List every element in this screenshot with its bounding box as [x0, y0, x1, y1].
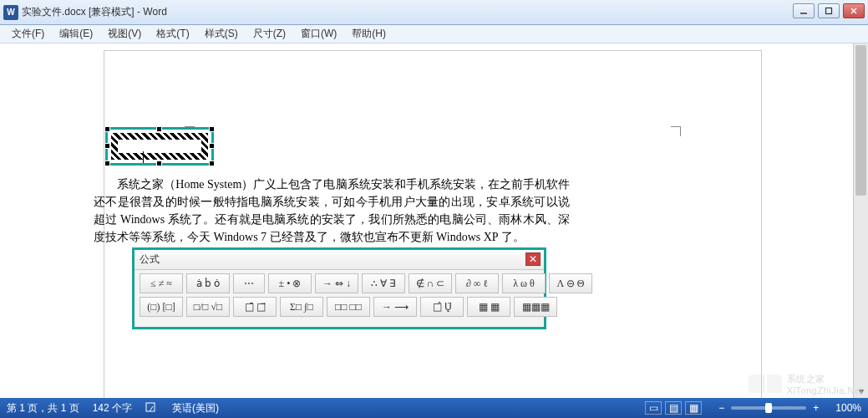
print-layout-view-icon[interactable]: ▭	[645, 401, 662, 415]
matrix-small-button[interactable]: ▦ ▦	[467, 297, 510, 317]
watermark-logo-icon	[747, 371, 784, 396]
menu-help[interactable]: 帮助(H)	[345, 25, 393, 43]
minimize-button[interactable]	[793, 3, 815, 18]
matrix-large-button[interactable]: ▦▦▦	[514, 297, 557, 317]
operators-button[interactable]: ± • ⊗	[268, 273, 312, 293]
maximize-button[interactable]	[818, 3, 840, 18]
workspace: 系统之家（Home System）广义上包含了电脑系统安装和手机系统安装，在之前…	[0, 43, 853, 398]
menu-view[interactable]: 视图(V)	[101, 25, 148, 43]
zoom-out-button[interactable]: −	[715, 402, 728, 414]
sub-superscript-button[interactable]: □□ □□	[327, 297, 370, 317]
status-page[interactable]: 第 1 页，共 1 页	[7, 401, 79, 415]
formula-row-2: (□) [□] □/□ √□ □̄ □⃗ Σ□ ∫□ □□ □□ → ⟶ □̂ …	[140, 297, 539, 317]
resize-handle[interactable]	[156, 161, 162, 166]
spellcheck-icon[interactable]	[145, 402, 159, 414]
zoom-level[interactable]: 100%	[835, 402, 861, 414]
formula-toolbar-title[interactable]: 公式 ✕	[135, 250, 544, 270]
menu-format[interactable]: 格式(T)	[150, 25, 195, 43]
zoom-slider-knob[interactable]	[765, 403, 772, 413]
document-paragraph[interactable]: 系统之家（Home System）广义上包含了电脑系统安装和手机系统安装，在之前…	[94, 176, 570, 246]
web-layout-view-icon[interactable]: ▦	[685, 401, 702, 415]
accent-button[interactable]: □̂ Ų̈	[420, 297, 464, 317]
formula-rows: ≤ ≠ ≈ ȧ ḃ ȯ ⋯ ± • ⊗ → ⇔ ↓ ∴ ∀ ∃ ∉ ∩ ⊂ ∂ …	[135, 270, 544, 327]
view-buttons: ▭ ▤ ▦	[645, 401, 702, 415]
relational-ops-button[interactable]: ≤ ≠ ≈	[140, 273, 183, 293]
fraction-root-button[interactable]: □/□ √□	[186, 297, 230, 317]
menu-window[interactable]: 窗口(W)	[294, 25, 343, 43]
formula-row-1: ≤ ≠ ≈ ȧ ḃ ȯ ⋯ ± • ⊗ → ⇔ ↓ ∴ ∀ ∃ ∉ ∩ ⊂ ∂ …	[140, 273, 539, 293]
overbar-vector-button[interactable]: □̄ □⃗	[233, 297, 277, 317]
watermark-text: 系统之家	[787, 373, 863, 385]
resize-handle[interactable]	[209, 161, 215, 166]
watermark-url: XiTongZhiJia.Net	[787, 385, 863, 395]
formula-toolbar[interactable]: 公式 ✕ ≤ ≠ ≈ ȧ ḃ ȯ ⋯ ± • ⊗ → ⇔ ↓ ∴ ∀ ∃ ∉ ∩…	[132, 247, 546, 329]
calculus-symbols-button[interactable]: ∂ ∞ ℓ	[455, 273, 499, 293]
read-mode-view-icon[interactable]: ▤	[665, 401, 682, 415]
menu-style[interactable]: 样式(S)	[198, 25, 245, 43]
ellipsis-button[interactable]: ⋯	[233, 273, 265, 293]
vertical-scrollbar[interactable]: ▾	[853, 43, 868, 398]
watermark: 系统之家 XiTongZhiJia.Net	[747, 371, 863, 396]
brackets-button[interactable]: (□) [□]	[140, 297, 183, 317]
greek-upper-button[interactable]: Λ ⊖ Θ	[549, 273, 592, 293]
crop-mark-icon	[671, 126, 681, 136]
long-arrows-button[interactable]: → ⟶	[373, 297, 417, 317]
resize-handle[interactable]	[104, 126, 110, 132]
scrollbar-thumb[interactable]	[855, 45, 866, 196]
word-app-icon: W	[3, 5, 18, 20]
greek-lower-button[interactable]: λ ω θ	[502, 273, 546, 293]
zoom-in-button[interactable]: +	[810, 402, 822, 414]
selected-textbox[interactable]	[105, 127, 214, 166]
text-caret-icon	[143, 151, 144, 163]
menu-file[interactable]: 文件(F)	[5, 25, 51, 43]
statusbar: 第 1 页，共 1 页 142 个字 英语(美国) ▭ ▤ ▦ − + 100%	[0, 398, 868, 418]
status-wordcount[interactable]: 142 个字	[93, 401, 132, 415]
svg-rect-1	[826, 8, 832, 14]
menu-edit[interactable]: 编辑(E)	[53, 25, 99, 43]
menubar: 文件(F) 编辑(E) 视图(V) 格式(T) 样式(S) 尺寸(Z) 窗口(W…	[0, 25, 868, 43]
resize-handle[interactable]	[209, 143, 215, 149]
resize-handle[interactable]	[156, 126, 162, 132]
formula-title-text: 公式	[140, 252, 160, 267]
titlebar: W 实验文件.docx [兼容模式] - Word	[0, 0, 868, 25]
window-controls	[793, 3, 865, 18]
set-ops-button[interactable]: ∉ ∩ ⊂	[409, 273, 452, 293]
menu-size[interactable]: 尺寸(Z)	[246, 25, 292, 43]
arrows-button[interactable]: → ⇔ ↓	[315, 273, 358, 293]
logic-button[interactable]: ∴ ∀ ∃	[362, 273, 405, 293]
sum-integral-button[interactable]: Σ□ ∫□	[280, 297, 323, 317]
zoom-slider[interactable]	[731, 406, 806, 410]
resize-handle[interactable]	[209, 126, 215, 132]
formula-close-button[interactable]: ✕	[525, 252, 541, 266]
window-title: 实验文件.docx [兼容模式] - Word	[22, 5, 167, 19]
textbox-hatch-border	[111, 133, 208, 160]
status-language[interactable]: 英语(美国)	[172, 401, 219, 415]
dotted-letters-button[interactable]: ȧ ḃ ȯ	[186, 273, 230, 293]
close-button[interactable]	[843, 3, 865, 18]
zoom-control: − +	[715, 402, 822, 414]
resize-handle[interactable]	[104, 161, 110, 166]
resize-handle[interactable]	[104, 143, 110, 149]
